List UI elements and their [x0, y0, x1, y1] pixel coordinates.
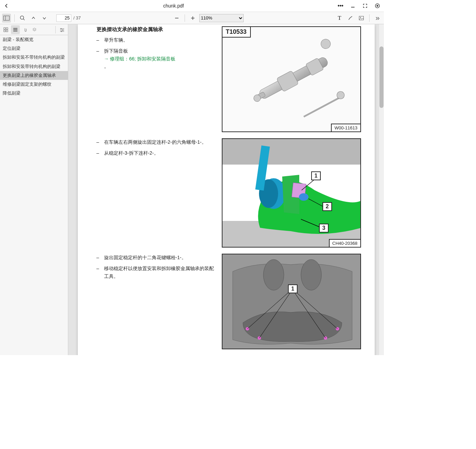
outline-item[interactable]: 副梁 - 装配概览 [0, 35, 68, 44]
step-text: 在车辆左右两侧旋出固定连杆-2-的六角螺母-1-。 [97, 138, 216, 146]
title-bar: chunk.pdf ••• [0, 0, 384, 12]
svg-point-2 [377, 5, 378, 7]
figure-id-label: W00-11613 [331, 124, 360, 131]
svg-point-22 [61, 28, 62, 29]
figure-id-label: CH40-20368 [329, 239, 360, 247]
step-text: 拆下隔音板 → 修理组：66; 拆卸和安装隔音板 。 [97, 47, 216, 70]
outline-item[interactable]: 拆卸和安装不带转向机构的副梁 [0, 53, 68, 62]
section-heading: 更换摆动支承的橡胶金属轴承 [97, 26, 216, 33]
attachments-button[interactable] [20, 25, 29, 34]
prev-match-button[interactable] [29, 14, 38, 23]
sidebar-toggle-button[interactable] [2, 14, 11, 23]
layers-button[interactable] [30, 25, 39, 34]
draw-tool-button[interactable] [346, 14, 355, 23]
zoom-out-button[interactable] [172, 14, 181, 23]
svg-rect-12 [4, 28, 5, 29]
window-title: chunk.pdf [10, 3, 337, 9]
image-tool-button[interactable] [357, 14, 366, 23]
callout-label: 1 [288, 284, 298, 293]
search-button[interactable] [18, 14, 27, 23]
outline-list: 副梁 - 装配概览 定位副梁 拆卸和安装不带转向机构的副梁 拆卸和安装带转向机构… [0, 35, 68, 355]
outline-button[interactable] [11, 25, 20, 34]
figure: 1 [222, 254, 361, 349]
step-text: 移动稳定杆以便放置安装和拆卸橡胶金属轴承的装配工具。 [97, 265, 216, 280]
outline-item[interactable]: 降低副梁 [0, 89, 68, 98]
svg-rect-14 [4, 30, 5, 32]
svg-point-11 [360, 17, 361, 18]
svg-rect-13 [6, 28, 8, 29]
scrollbar-thumb[interactable] [379, 46, 384, 108]
step-text: 举升车辆。 [97, 36, 216, 44]
figure: 1 2 3 CH40-20368 [222, 138, 361, 248]
svg-rect-35 [222, 139, 361, 165]
maximize-button[interactable] [361, 2, 369, 10]
svg-point-46 [263, 259, 284, 290]
zoom-select[interactable]: 110% [199, 14, 244, 22]
svg-rect-3 [4, 16, 10, 20]
thumbnails-button[interactable] [1, 25, 10, 34]
callout-label: 2 [322, 202, 332, 211]
outline-item[interactable]: 更换副梁上的橡胶金属轴承 [0, 71, 68, 80]
pdf-page: 更换摆动支承的橡胶金属轴承 举升车辆。 拆下隔音板 → 修理组：66; 拆卸和安… [78, 24, 375, 355]
sidebar: 副梁 - 装配概览 定位副梁 拆卸和安装不带转向机构的副梁 拆卸和安装带转向机构… [0, 24, 68, 355]
back-button[interactable] [3, 2, 10, 10]
svg-rect-15 [6, 30, 8, 32]
svg-point-47 [301, 259, 321, 290]
outline-item[interactable]: 维修副梁固定支架的螺纹 [0, 80, 68, 89]
outline-item[interactable]: 定位副梁 [0, 44, 68, 53]
svg-point-41 [299, 193, 308, 201]
step-text: 从稳定杆-3-拆下连杆-2-。 [97, 149, 216, 157]
page-number-input[interactable] [56, 14, 71, 22]
next-match-button[interactable] [40, 14, 49, 23]
more-button[interactable]: ••• [337, 2, 344, 10]
svg-point-23 [62, 29, 63, 30]
svg-line-6 [23, 19, 25, 20]
content-area[interactable]: 更换摆动支承的橡胶金属轴承 举升车辆。 拆下隔音板 → 修理组：66; 拆卸和安… [68, 24, 384, 355]
more-tools-button[interactable] [373, 14, 382, 23]
step-text: 旋出固定稳定杆的十二角花键螺栓-1-。 [97, 254, 216, 261]
scrollbar-track[interactable] [379, 24, 384, 355]
main-toolbar: / 37 110% T [0, 12, 384, 24]
callout-label: 3 [319, 224, 329, 233]
text-tool-button[interactable]: T [335, 14, 344, 23]
zoom-in-button[interactable] [188, 14, 197, 23]
sidebar-settings-button[interactable] [58, 25, 67, 34]
minimize-button[interactable] [349, 2, 357, 10]
figure: T10533 [222, 26, 361, 132]
outline-item[interactable]: 拆卸和安装带转向机构的副梁 [0, 62, 68, 71]
cross-reference-link[interactable]: → 修理组：66; 拆卸和安装隔音板 [104, 56, 175, 61]
callout-label: 1 [311, 171, 321, 180]
page-total-label: / 37 [73, 15, 81, 20]
sidebar-toolbar [0, 24, 68, 35]
record-button[interactable] [374, 2, 381, 10]
svg-point-24 [61, 31, 62, 32]
tool-number-label: T10533 [222, 27, 251, 38]
